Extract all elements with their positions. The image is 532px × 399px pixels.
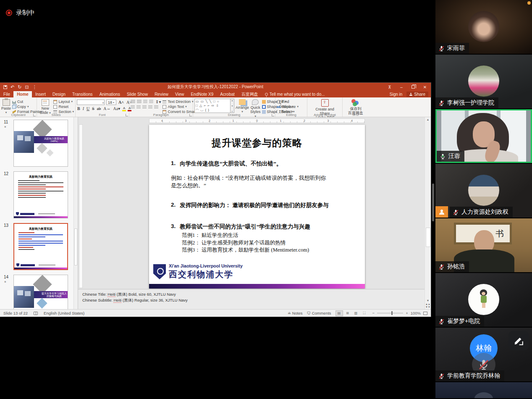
tell-me-box[interactable]: Tell me what you want to do...	[262, 91, 328, 97]
replace-button[interactable]: abReplace▾	[277, 105, 299, 109]
restore-button[interactable]	[407, 83, 419, 91]
slide-11-thumbnail[interactable]: 高影响力教育实践（HIPs）	[13, 120, 68, 167]
customize-qat-icon[interactable]: ⋮	[32, 85, 37, 89]
highlight-color-button[interactable]: A	[122, 107, 126, 110]
zoom-in-button[interactable]: +	[406, 311, 408, 315]
participant-tile[interactable]: 孙铭浩	[435, 218, 532, 272]
participant-tile-partial[interactable]	[435, 382, 532, 398]
vertical-scrollbar[interactable]: ▲ ▼ ▲▲ ▼▼	[425, 117, 431, 309]
participants-scrollbar[interactable]	[432, 184, 434, 221]
undo-icon[interactable]: ↶	[10, 85, 14, 89]
bold-button[interactable]: B	[77, 106, 81, 111]
arrange-button[interactable]: Arrange▾	[236, 99, 249, 113]
italic-button[interactable]: I	[82, 106, 84, 111]
font-dialog-launcher[interactable]	[126, 114, 128, 116]
layout-button[interactable]: Layout▾	[53, 100, 74, 104]
tab-transitions[interactable]: Transitions	[69, 91, 96, 97]
normal-view-button[interactable]: ▤	[335, 310, 343, 316]
columns-button[interactable]	[154, 105, 158, 109]
language-indicator[interactable]: English (United States)	[44, 311, 84, 315]
tab-animations[interactable]: Animations	[96, 91, 123, 97]
shadow-button[interactable]: ab	[97, 106, 101, 111]
change-case-button[interactable]: Aa▾	[113, 106, 121, 111]
fit-slide-button[interactable]	[423, 312, 427, 315]
reset-button[interactable]: Reset	[53, 105, 74, 109]
participant-tile[interactable]: 李树强一护理学院	[435, 55, 532, 108]
thumbnail-item-13[interactable]: 13 高影响力教育实践	[0, 223, 78, 270]
reading-view-button[interactable]: ▥	[352, 310, 360, 316]
arrange-icon	[239, 99, 246, 105]
previous-slide-button[interactable]: ▲▲	[425, 303, 430, 305]
tab-endnote[interactable]: EndNote X9	[187, 91, 217, 97]
participant-tile[interactable]: 林翰 学前教育学院乔林翰	[435, 328, 532, 381]
tab-file[interactable]: File	[0, 91, 13, 97]
numbering-button[interactable]	[137, 100, 142, 104]
zoom-slider[interactable]	[377, 313, 403, 313]
tab-home[interactable]: Home	[13, 91, 32, 97]
proofing-icon[interactable]	[34, 312, 38, 315]
participant-tile[interactable]: 宋雨菲	[435, 0, 532, 54]
bullets-button[interactable]	[131, 100, 135, 104]
align-right-button[interactable]	[142, 105, 147, 109]
character-spacing-button[interactable]: A⇔	[103, 106, 111, 111]
slide-14-thumbnail[interactable]: 提升大学生学习性投入的策略与实践	[13, 275, 68, 309]
thumbnail-item-11[interactable]: 11✶ 高影响力教育实践（HIPs）	[0, 120, 78, 167]
thumbnail-panel-scrollbar[interactable]	[73, 117, 78, 309]
tab-design[interactable]: Design	[49, 91, 69, 97]
justify-button[interactable]	[148, 105, 152, 109]
close-button[interactable]: ✕	[419, 83, 431, 91]
paste-button[interactable]: Paste▾	[1, 99, 11, 114]
shapes-gallery-scrollbar[interactable]: ▲▼≡	[231, 99, 234, 113]
next-slide-button[interactable]: ▼▼	[425, 306, 430, 308]
font-name-combobox[interactable]: ▾	[77, 100, 105, 105]
start-slideshow-icon[interactable]: ⊡	[25, 85, 29, 89]
center-button[interactable]	[136, 105, 141, 109]
tab-review[interactable]: Review	[151, 91, 172, 97]
scrollbar-thumb[interactable]	[426, 228, 430, 247]
scroll-up-icon[interactable]: ▲	[427, 117, 430, 122]
layout-icon	[53, 100, 57, 104]
notes-toggle[interactable]: ≐ Notes	[288, 311, 302, 315]
tab-insert[interactable]: Insert	[32, 91, 49, 97]
find-button[interactable]: Find	[277, 100, 299, 104]
tab-view[interactable]: View	[172, 91, 188, 97]
underline-button[interactable]: U	[86, 106, 90, 111]
new-slide-button[interactable]: NewSlide ▾	[38, 99, 52, 115]
thumbnail-item-12[interactable]: 12 高影响力教育实践	[0, 171, 78, 218]
minimize-button[interactable]: –	[396, 83, 407, 91]
paragraph-dialog-launcher[interactable]	[189, 114, 192, 116]
line-spacing-button[interactable]: ⇕▾	[155, 100, 161, 104]
notes-pane[interactable]: Chinese Title: Heiti (黑体) Bold, size 60,…	[78, 289, 425, 309]
zoom-out-button[interactable]: −	[372, 311, 375, 315]
zoom-level[interactable]: 100%	[411, 311, 421, 315]
align-left-button[interactable]	[131, 105, 135, 109]
thumbnail-item-14[interactable]: 14✶ 提升大学生学习性投入的策略与实践	[0, 275, 78, 309]
slide-sorter-button[interactable]: ⊞	[344, 310, 351, 316]
ribbon-display-options-button[interactable]: ⊼	[384, 83, 396, 91]
tab-baidu[interactable]: 百度网盘	[238, 91, 262, 97]
shapes-gallery[interactable]: ▭ ▭ ╲ ╲ □ ○ □ △ ⌐ ⌐ ⇨ ⇩ ◠ ◡ { }	[194, 99, 231, 113]
participant-tile[interactable]: 崔梦梦+电院	[435, 273, 532, 327]
save-icon[interactable]	[3, 85, 7, 89]
redo-icon[interactable]: ↻	[18, 85, 21, 89]
slide-12-thumbnail[interactable]: 高影响力教育实践	[13, 171, 68, 218]
comments-toggle[interactable]: 🗨 Comments	[307, 311, 331, 315]
sign-in-link[interactable]: Sign in	[390, 92, 403, 97]
slideshow-button[interactable]: ⛶	[361, 310, 368, 316]
grow-font-button[interactable]: A˄	[118, 100, 124, 105]
clipboard-dialog-launcher[interactable]	[33, 114, 36, 116]
annotate-button[interactable]	[508, 331, 529, 350]
tab-slideshow[interactable]: Slide Show	[123, 91, 151, 97]
increase-indent-button[interactable]	[149, 100, 153, 104]
decrease-indent-button[interactable]	[143, 100, 147, 104]
slide-13-thumbnail-selected[interactable]: 高影响力教育实践	[13, 223, 68, 270]
scroll-down-icon[interactable]: ▼	[427, 298, 430, 303]
participant-tile-active-speaker[interactable]: 汪蓉	[435, 109, 532, 163]
font-size-combobox[interactable]: 18▾	[106, 100, 116, 105]
participant-tile[interactable]: 人力资源处刘政权	[435, 164, 532, 218]
share-button[interactable]: Share	[406, 92, 428, 97]
tab-acrobat[interactable]: Acrobat	[217, 91, 238, 97]
drawing-dialog-launcher[interactable]	[272, 114, 274, 116]
strikethrough-button[interactable]: S	[92, 106, 95, 111]
slide-canvas[interactable]: 提升课堂参与的策略 1.向学生传递信息“大胆尝试、不怕出错”。 例如：社会科学领…	[149, 125, 365, 289]
